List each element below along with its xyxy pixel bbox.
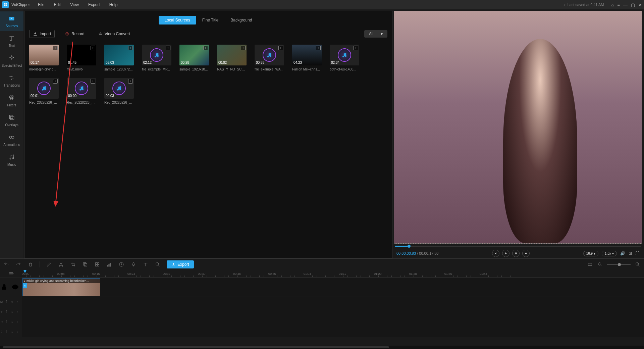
add-to-timeline-button[interactable]: + xyxy=(354,46,358,50)
add-to-timeline-button[interactable]: + xyxy=(53,79,58,84)
tab-local-sources[interactable]: Local Sources xyxy=(159,16,196,24)
eye-icon[interactable] xyxy=(16,300,19,304)
timeline-tracks[interactable]: 00:0000:0800:1600:2400:3200:4000:4800:56… xyxy=(22,270,644,346)
add-to-timeline-button[interactable]: + xyxy=(128,46,133,50)
add-to-timeline-button[interactable]: + xyxy=(316,46,321,50)
menu-edit[interactable]: Edit xyxy=(54,2,61,7)
playhead[interactable] xyxy=(25,270,25,346)
sidebar-item-overlays[interactable]: Overlays xyxy=(0,110,23,130)
add-to-timeline-button[interactable]: + xyxy=(203,46,208,50)
eye-icon[interactable] xyxy=(16,330,19,334)
media-thumbnail[interactable]: 01:45+ xyxy=(67,45,96,65)
timeline-ruler[interactable]: 00:0000:0800:1600:2400:3200:4000:4800:56… xyxy=(22,270,644,278)
fit-button[interactable] xyxy=(587,261,593,267)
media-item[interactable]: 04:23+Fall on Me--chris... xyxy=(292,45,322,71)
media-thumbnail[interactable]: 00:58+ xyxy=(255,45,284,65)
lock-icon[interactable] xyxy=(10,320,13,324)
add-to-timeline-button[interactable]: + xyxy=(166,46,170,50)
duration-button[interactable] xyxy=(118,261,124,267)
media-thumbnail[interactable]: 03:03+ xyxy=(104,45,134,65)
lock-icon[interactable] xyxy=(0,283,8,291)
play-button[interactable] xyxy=(502,250,509,257)
media-item[interactable]: 02:34+both-of-us-1403... xyxy=(330,45,359,71)
freeze-button[interactable] xyxy=(106,261,112,267)
video-track[interactable]: ▸mixkit-girl-crying-and-screaming-heartb… xyxy=(22,278,644,297)
record-button[interactable]: Record xyxy=(61,30,88,38)
media-thumbnail[interactable]: 00:02+ xyxy=(217,45,247,65)
add-to-timeline-button[interactable]: + xyxy=(128,79,133,84)
menu-export[interactable]: Export xyxy=(88,2,100,7)
add-to-timeline-button[interactable]: + xyxy=(278,46,283,50)
media-thumbnail[interactable]: 00:01+ xyxy=(29,78,59,99)
media-item[interactable]: 00:58+file_example_WA... xyxy=(255,45,284,71)
add-to-timeline-button[interactable]: + xyxy=(53,46,58,50)
sidebar-item-text[interactable]: Text xyxy=(0,31,23,51)
delete-button[interactable] xyxy=(28,261,34,267)
media-item[interactable]: 00:00+Rec_20220226_18... xyxy=(67,78,96,104)
zoom-in-button[interactable] xyxy=(635,261,641,267)
import-button[interactable]: Import xyxy=(29,30,55,38)
media-thumbnail[interactable]: 02:34+ xyxy=(330,45,359,65)
media-thumbnail[interactable]: 00:00+ xyxy=(67,78,96,99)
snapshot-icon[interactable]: ⊡ xyxy=(629,251,632,256)
export-button[interactable]: Export xyxy=(167,260,194,268)
video-convert-button[interactable]: Video Convert xyxy=(95,30,133,38)
media-item[interactable]: 01:45+rmvb.rmvb xyxy=(67,45,96,71)
media-thumbnail[interactable]: 02:12+ xyxy=(142,45,171,65)
zoom-slider[interactable] xyxy=(607,264,631,265)
speed-selector[interactable]: 1.0x▾ xyxy=(602,251,617,256)
sidebar-item-music[interactable]: Music xyxy=(0,150,23,170)
zoom-out-button[interactable] xyxy=(597,261,603,267)
sidebar-item-transitions[interactable]: Transitions xyxy=(0,71,23,91)
media-item[interactable]: 00:17+mixkit-girl-crying... xyxy=(29,45,59,71)
home-icon[interactable]: ⌂ xyxy=(611,2,614,7)
sidebar-item-sources[interactable]: Sources xyxy=(0,11,23,31)
crop-button[interactable] xyxy=(70,261,76,267)
timeline-clip[interactable]: ▸mixkit-girl-crying-and-screaming-heartb… xyxy=(22,278,100,296)
tab-background[interactable]: Background xyxy=(224,16,258,24)
eye-icon[interactable] xyxy=(11,283,19,291)
volume-icon[interactable]: 🔊 xyxy=(620,251,625,256)
media-item[interactable]: 00:01+Rec_20220226_18... xyxy=(29,78,59,104)
add-to-timeline-button[interactable]: + xyxy=(241,46,246,50)
redo-button[interactable] xyxy=(15,261,21,267)
preview-video[interactable] xyxy=(394,11,642,244)
lock-icon[interactable] xyxy=(10,310,13,314)
mosaic-button[interactable] xyxy=(94,261,100,267)
audio-track[interactable] xyxy=(22,317,644,327)
add-to-timeline-button[interactable]: + xyxy=(91,79,95,84)
eye-icon[interactable] xyxy=(16,320,19,324)
media-thumbnail[interactable]: 00:17+ xyxy=(29,45,59,65)
tab-fine-title[interactable]: Fine Title xyxy=(196,16,225,24)
mic-track[interactable] xyxy=(22,327,644,337)
edit-button[interactable] xyxy=(46,261,52,267)
minimize-icon[interactable]: — xyxy=(623,2,628,7)
lock-icon[interactable] xyxy=(10,330,13,334)
media-thumbnail[interactable]: 00:03+ xyxy=(104,78,134,99)
eye-icon[interactable] xyxy=(16,310,19,314)
timeline-scrollbar[interactable] xyxy=(0,346,644,349)
next-frame-button[interactable] xyxy=(512,250,520,257)
text-button[interactable] xyxy=(143,261,149,267)
stop-button[interactable] xyxy=(522,250,530,257)
close-icon[interactable]: ✕ xyxy=(638,2,642,7)
menu-icon[interactable]: ≡ xyxy=(617,2,620,7)
copy-button[interactable] xyxy=(82,261,88,267)
tracks-menu-icon[interactable] xyxy=(8,271,14,277)
voiceover-button[interactable] xyxy=(130,261,137,267)
menu-file[interactable]: File xyxy=(38,2,44,7)
pip-track[interactable] xyxy=(22,297,644,307)
filter-dropdown[interactable]: All ▾ xyxy=(364,30,387,38)
zoom-button[interactable] xyxy=(155,261,161,267)
media-item[interactable]: 00:28+sample_1920x10... xyxy=(179,45,209,71)
menu-view[interactable]: View xyxy=(70,2,79,7)
fullscreen-icon[interactable]: ⛶ xyxy=(635,251,639,256)
split-button[interactable] xyxy=(58,261,64,267)
prev-frame-button[interactable] xyxy=(492,250,499,257)
maximize-icon[interactable]: ▢ xyxy=(631,2,635,7)
text-track[interactable] xyxy=(22,307,644,317)
media-thumbnail[interactable]: 04:23+ xyxy=(292,45,322,65)
menu-help[interactable]: Help xyxy=(109,2,118,7)
media-item[interactable]: 02:12+file_example_MP... xyxy=(142,45,171,71)
media-item[interactable]: 00:02+NASTY_NO_SCOP... xyxy=(217,45,247,71)
